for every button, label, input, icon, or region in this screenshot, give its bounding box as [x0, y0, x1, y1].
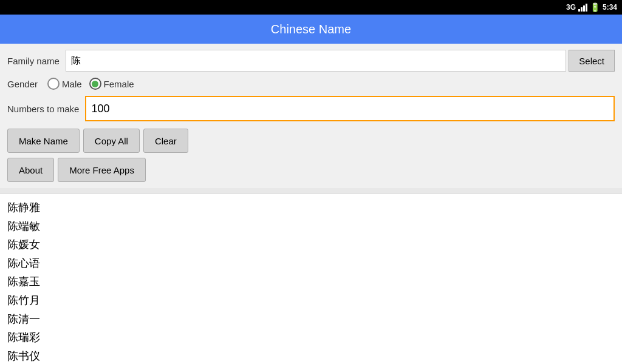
about-button[interactable]: About — [7, 158, 54, 182]
male-radio-label: Male — [62, 79, 82, 89]
list-item: 陈嘉玉 — [7, 272, 615, 291]
list-item: 陈静雅 — [7, 198, 615, 217]
copy-all-button[interactable]: Copy All — [83, 129, 140, 153]
numbers-row: Numbers to make — [7, 96, 615, 121]
make-name-button[interactable]: Make Name — [7, 129, 80, 153]
female-radio-inner — [92, 81, 98, 87]
signal-icon — [578, 4, 587, 12]
button-row-2: About More Free Apps — [7, 158, 615, 182]
gender-row: Gender Male Female — [7, 78, 615, 90]
gender-label: Gender — [7, 79, 38, 89]
button-row-1: Make Name Copy All Clear — [7, 129, 615, 153]
list-item: 陈媛女 — [7, 235, 615, 254]
female-radio-label: Female — [104, 79, 134, 89]
clock: 5:34 — [603, 3, 617, 12]
clear-button[interactable]: Clear — [143, 129, 188, 153]
list-item: 陈端敏 — [7, 217, 615, 236]
list-item: 陈书仪 — [7, 347, 615, 364]
female-radio-outer — [89, 78, 101, 90]
status-icons: 3G 🔋 5:34 — [566, 2, 617, 12]
list-item: 陈心语 — [7, 254, 615, 273]
list-item: 陈瑞彩 — [7, 328, 615, 347]
more-free-apps-button[interactable]: More Free Apps — [58, 158, 146, 182]
numbers-input[interactable] — [85, 96, 615, 121]
numbers-label: Numbers to make — [7, 104, 79, 114]
app-title: Chinese Name — [271, 22, 351, 36]
network-indicator: 3G — [566, 3, 576, 12]
list-item: 陈竹月 — [7, 291, 615, 310]
gender-male-option[interactable]: Male — [47, 78, 82, 90]
results-area[interactable]: 陈静雅陈端敏陈媛女陈心语陈嘉玉陈竹月陈清一陈瑞彩陈书仪陈燕楠陈格菲陈可儿陈绮梅 — [0, 193, 622, 364]
gender-radio-group: Male Female — [47, 78, 134, 90]
gender-female-option[interactable]: Female — [89, 78, 134, 90]
male-radio-outer — [47, 78, 60, 90]
list-item: 陈清一 — [7, 310, 615, 329]
status-bar: 3G 🔋 5:34 — [0, 0, 622, 15]
family-name-label: Family name — [7, 56, 60, 66]
battery-icon: 🔋 — [590, 2, 600, 12]
main-content: Family name Select Gender Male Female Nu… — [0, 44, 622, 188]
family-name-row: Family name Select — [7, 50, 615, 72]
family-name-input[interactable] — [66, 50, 566, 72]
title-bar: Chinese Name — [0, 15, 622, 44]
select-button[interactable]: Select — [569, 50, 615, 72]
